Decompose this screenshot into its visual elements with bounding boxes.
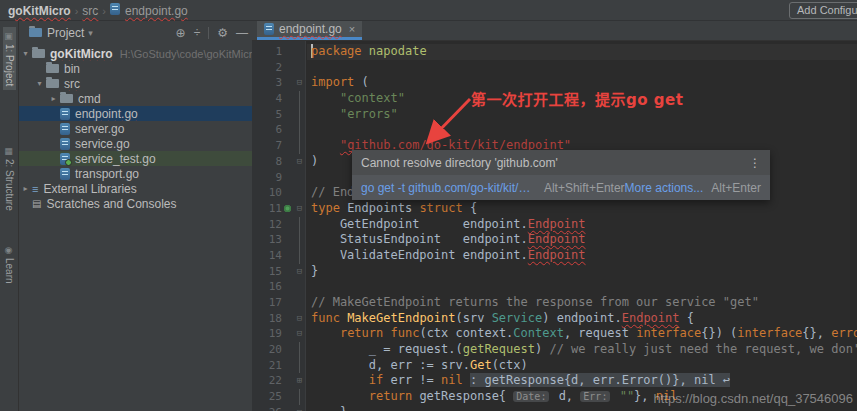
tree-item-gokitmicro[interactable]: ▾goKitMicroH:\GoStudy\code\goKitMicro (19, 46, 252, 61)
go-file-icon (60, 108, 70, 120)
code-text: { (463, 201, 477, 215)
code-line-11[interactable]: 11⊟type Endpoints struct { (252, 201, 857, 217)
project-icon (29, 28, 42, 37)
gutter-marker-slot (282, 44, 292, 60)
code-line-text: ValidateEndpoint endpoint.Endpoint (307, 248, 586, 264)
tree-item-service-go[interactable]: service.go (19, 136, 252, 151)
tool-window-button-learn[interactable]: ◉Learn (3, 241, 16, 288)
tree-item-label: endpoint.go (75, 107, 138, 121)
fold-collapse-icon[interactable]: ⊟ (292, 311, 307, 327)
chevron-down-icon[interactable]: ▾ (88, 28, 93, 38)
fold-collapse-icon[interactable]: ⊟ (292, 75, 307, 91)
code-text: ) endpoint. (542, 311, 621, 325)
code-line-18[interactable]: 18⊟func MakeGetEndpoint(srv Service) end… (252, 311, 857, 327)
code-line-19[interactable]: 19⊟ return func(ctx context.Context, req… (252, 326, 857, 342)
watermark: https://blog.csdn.net/qq_37546096 (654, 391, 854, 406)
tree-item-cmd[interactable]: ▸cmd (19, 91, 252, 106)
code-text: GetEndpoint endpoint. (311, 217, 528, 231)
gutter-marker-slot (282, 326, 292, 342)
hide-panel-icon[interactable]: — (236, 26, 248, 40)
code-line-text: d, err := srv.Get(ctx) (307, 358, 528, 374)
tab-endpoint-go[interactable]: endpoint.go × (257, 21, 362, 40)
code-line-17[interactable]: 17// MakeGetEndpoint returns the respons… (252, 295, 857, 311)
breadcrumb-bar: goKitMicro›src›endpoint.go Add Configura… (0, 0, 857, 21)
chevron-right-icon[interactable]: ▸ (19, 184, 32, 193)
code-text: d, err := srv. (311, 358, 470, 372)
tree-item-external-libraries[interactable]: ▸≡External Libraries (19, 181, 252, 196)
add-configuration-button[interactable]: Add Configurati (789, 2, 857, 19)
code-line-15[interactable]: 15⊟} (252, 264, 857, 280)
structure-icon: ▦ (4, 146, 14, 156)
code-line-12[interactable]: 12 GetEndpoint endpoint.Endpoint (252, 217, 857, 233)
gutter-marker-slot (282, 279, 292, 295)
code-line-text: return getResponse{ Date: d, Err: ""}, n… (307, 389, 677, 405)
gutter-marker-slot (282, 373, 292, 389)
code-line-20[interactable]: 20 _ = request.(getRequest) // we really… (252, 342, 857, 358)
fold-column (292, 279, 307, 295)
collapse-all-icon[interactable]: ÷ (194, 26, 201, 40)
fold-collapse-icon[interactable]: ⊟ (292, 405, 307, 411)
gutter-marker-slot (282, 342, 292, 358)
keyword: package (311, 44, 362, 58)
gutter-marker-slot (282, 389, 292, 405)
tree-item-transport-go[interactable]: transport.go (19, 166, 252, 181)
tree-item-service_test-go[interactable]: service_test.go (19, 151, 252, 166)
code-text: Endpoints (340, 201, 419, 215)
code-line-6[interactable]: 6 (252, 122, 857, 138)
tree-item-scratches-and-consoles[interactable]: ▤Scratches and Consoles (19, 196, 252, 211)
tree-item-label: transport.go (75, 167, 139, 181)
fold-expand-icon[interactable]: ⊞ (292, 373, 307, 389)
code-line-text: type Endpoints struct { (307, 201, 477, 217)
code-line-2[interactable]: 2 (252, 60, 857, 76)
line-number: 3 (252, 75, 282, 91)
code-line-16[interactable]: 16 (252, 279, 857, 295)
tool-window-label: Learn (4, 258, 15, 284)
fold-collapse-icon[interactable]: ⊟ (292, 326, 307, 342)
line-number: 4 (252, 91, 282, 107)
comment: // we really just need the request, we d… (549, 342, 857, 356)
close-icon[interactable]: × (349, 23, 355, 35)
breadcrumb-item-endpoint.go[interactable]: endpoint.go (125, 4, 188, 18)
breadcrumb-item-src[interactable]: src (82, 4, 98, 18)
code-line-22[interactable]: 22⊞ if err != nil : getResponse{d, err.E… (252, 373, 857, 389)
more-actions-link[interactable]: More actions... (625, 181, 704, 195)
chevron-down-icon[interactable]: ▾ (19, 49, 32, 58)
fold-collapse-icon[interactable]: ⊟ (292, 264, 307, 280)
tool-window-button-2-structure[interactable]: ▦2: Structure (3, 142, 16, 215)
line-number: 10 (252, 185, 282, 201)
keyword: nil (441, 373, 463, 387)
code-line-21[interactable]: 21 d, err := srv.Get(ctx) (252, 358, 857, 374)
code-line-14[interactable]: 14 ValidateEndpoint endpoint.Endpoint (252, 248, 857, 264)
tree-item-bin[interactable]: bin (19, 61, 252, 76)
chevron-down-icon[interactable]: ▾ (33, 79, 46, 88)
breadcrumb-item-goKitMicro[interactable]: goKitMicro (8, 4, 71, 18)
kebab-menu-icon[interactable]: ⋮ (749, 156, 761, 170)
code-line-5[interactable]: 5 "errors" (252, 107, 857, 123)
code-line-text: func MakeGetEndpoint(srv Service) endpoi… (307, 311, 694, 327)
gear-icon[interactable]: ⚙ (217, 26, 228, 40)
project-panel-title[interactable]: Project (47, 26, 84, 40)
ide-window: goKitMicro›src›endpoint.go Add Configura… (0, 0, 857, 411)
code-line-13[interactable]: 13 StatusEndpoint endpoint.Endpoint (252, 232, 857, 248)
locate-file-icon[interactable]: ⊕ (176, 26, 186, 40)
editor-area: endpoint.go × 1package napodate23⊟import… (252, 21, 857, 411)
code-line-text (307, 60, 311, 76)
go-get-action-link[interactable]: go get -t github.com/go-kit/kit/endpoint… (361, 181, 536, 195)
tree-item-endpoint-go[interactable]: endpoint.go (19, 106, 252, 121)
fold-collapse-icon[interactable]: ⊟ (292, 154, 307, 170)
line-number: 17 (252, 295, 282, 311)
tree-item-label: bin (64, 62, 80, 76)
chevron-right-icon[interactable]: ▸ (47, 94, 60, 103)
tree-item-src[interactable]: ▾src (19, 76, 252, 91)
fold-column (292, 122, 307, 138)
breadcrumb: goKitMicro›src›endpoint.go (8, 3, 192, 18)
tab-label: endpoint.go (279, 22, 342, 36)
line-number: 6 (252, 122, 282, 138)
code-line-1[interactable]: 1package napodate (252, 44, 857, 60)
code-text: ( (354, 75, 368, 89)
tool-window-button-1-project[interactable]: ▣1: Project (3, 27, 16, 90)
line-number: 11 (252, 201, 282, 217)
tree-item-server-go[interactable]: server.go (19, 121, 252, 136)
project-panel: Project ▾ ⊕ ÷ ⚙ — ▾goKitMicroH:\GoStudy\… (19, 21, 252, 411)
fold-collapse-icon[interactable]: ⊟ (292, 201, 307, 217)
